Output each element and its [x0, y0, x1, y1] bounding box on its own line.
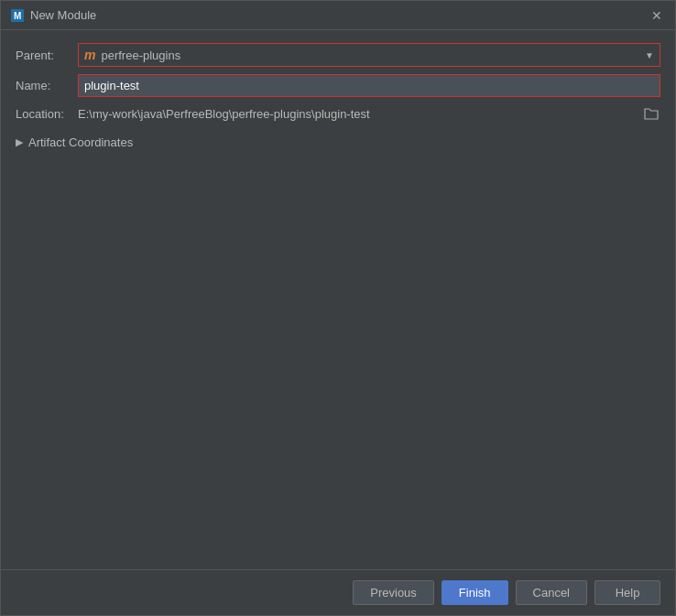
maven-icon: m: [84, 48, 95, 62]
artifact-label: Artifact Coordinates: [28, 135, 133, 149]
parent-select[interactable]: m perfree-plugins ▼: [78, 43, 660, 67]
name-input-extension: [244, 75, 660, 96]
parent-row: Parent: m perfree-plugins ▼: [16, 43, 660, 67]
title-bar: M New Module ✕: [1, 1, 675, 30]
artifact-coordinates-row[interactable]: ▶ Artifact Coordinates: [16, 134, 660, 151]
location-label: Location:: [16, 107, 78, 121]
name-label: Name:: [16, 79, 78, 92]
parent-control-wrap: m perfree-plugins ▼: [78, 43, 660, 67]
parent-select-inner: m perfree-plugins: [84, 48, 638, 62]
finish-button[interactable]: Finish: [442, 580, 508, 605]
svg-text:M: M: [14, 11, 21, 21]
parent-label: Parent:: [16, 49, 78, 62]
cancel-button[interactable]: Cancel: [516, 580, 587, 605]
dialog-title: New Module: [30, 8, 648, 22]
location-value: E:\my-work\java\PerfreeBlog\perfree-plug…: [78, 107, 642, 121]
artifact-expand-icon: ▶: [16, 136, 23, 148]
name-input[interactable]: [79, 75, 244, 96]
dropdown-arrow-icon: ▼: [645, 50, 654, 60]
browse-folder-icon[interactable]: [642, 104, 660, 123]
name-input-outer: [78, 74, 660, 97]
location-control-wrap: E:\my-work\java\PerfreeBlog\perfree-plug…: [78, 104, 660, 123]
dialog-body: Parent: m perfree-plugins ▼ Name: Lo: [1, 30, 675, 569]
location-row: Location: E:\my-work\java\PerfreeBlog\pe…: [16, 104, 660, 123]
dialog-icon: M: [10, 8, 25, 23]
help-button[interactable]: Help: [594, 580, 660, 605]
new-module-dialog: M New Module ✕ Parent: m perfree-plugins…: [0, 0, 676, 616]
parent-value: perfree-plugins: [101, 49, 180, 62]
content-spacer: [16, 151, 660, 557]
previous-button[interactable]: Previous: [353, 580, 434, 605]
dialog-footer: Previous Finish Cancel Help: [1, 569, 675, 615]
close-button[interactable]: ✕: [648, 6, 666, 25]
name-row: Name:: [16, 74, 660, 97]
